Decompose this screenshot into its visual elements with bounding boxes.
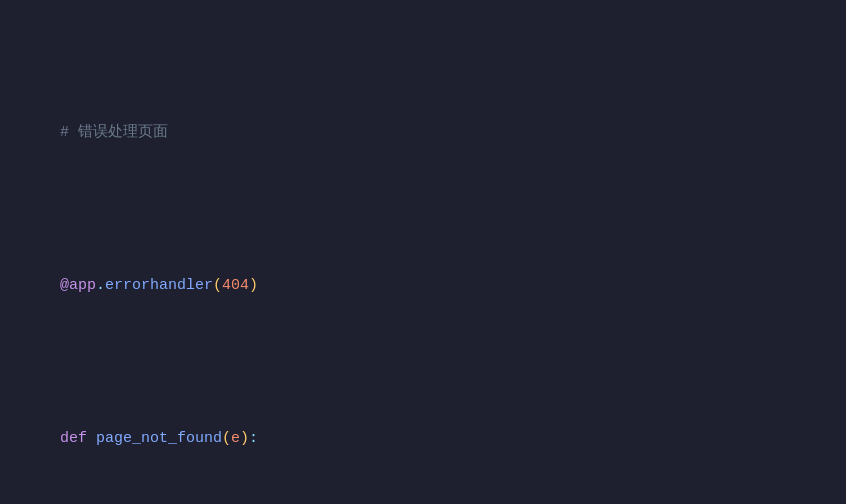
- paren-open: (: [213, 277, 222, 294]
- def-keyword: def: [60, 430, 96, 447]
- line-def: def page_not_found(e):: [24, 401, 822, 478]
- paren-close2: ): [240, 430, 249, 447]
- function-name: page_not_found: [96, 430, 222, 447]
- colon: :: [249, 430, 258, 447]
- decorator-text: @app: [60, 277, 96, 294]
- code-editor: # 错误处理页面 @app.errorhandler(404) def page…: [24, 18, 822, 504]
- line-comment-title: # 错误处理页面: [24, 95, 822, 172]
- param-e: e: [231, 430, 240, 447]
- method-name: errorhandler: [105, 277, 213, 294]
- paren-close: ): [249, 277, 258, 294]
- paren-open2: (: [222, 430, 231, 447]
- line-decorator: @app.errorhandler(404): [24, 248, 822, 325]
- status-code: 404: [222, 277, 249, 294]
- comment-text: # 错误处理页面: [60, 124, 168, 141]
- dot: .: [96, 277, 105, 294]
